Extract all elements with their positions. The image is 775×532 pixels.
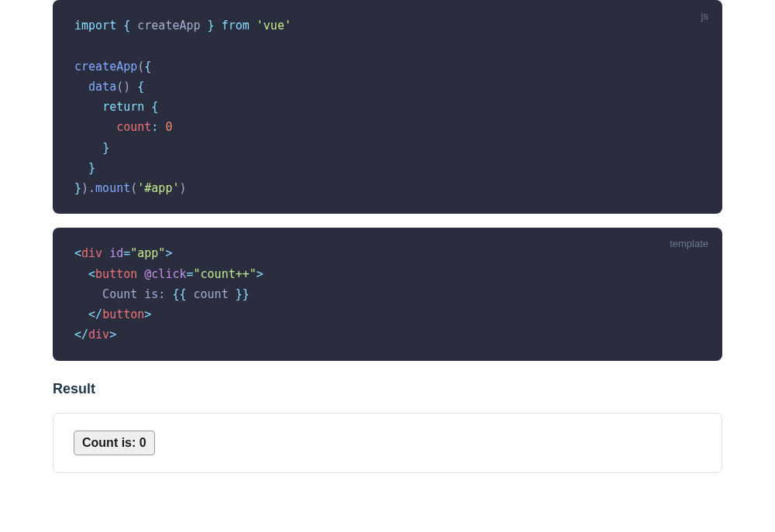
code-content-js[interactable]: import { createApp } from 'vue' createAp… bbox=[74, 15, 701, 198]
code-language-label: template bbox=[670, 235, 708, 253]
code-block-js: js import { createApp } from 'vue' creat… bbox=[53, 0, 722, 214]
result-box: Count is: 0 bbox=[53, 413, 722, 473]
result-heading: Result bbox=[53, 381, 722, 397]
count-button[interactable]: Count is: 0 bbox=[74, 431, 155, 455]
code-content-template[interactable]: <div id="app"> <button @click="count++">… bbox=[74, 243, 701, 345]
code-language-label: js bbox=[701, 8, 708, 26]
code-block-template: template <div id="app"> <button @click="… bbox=[53, 228, 722, 360]
